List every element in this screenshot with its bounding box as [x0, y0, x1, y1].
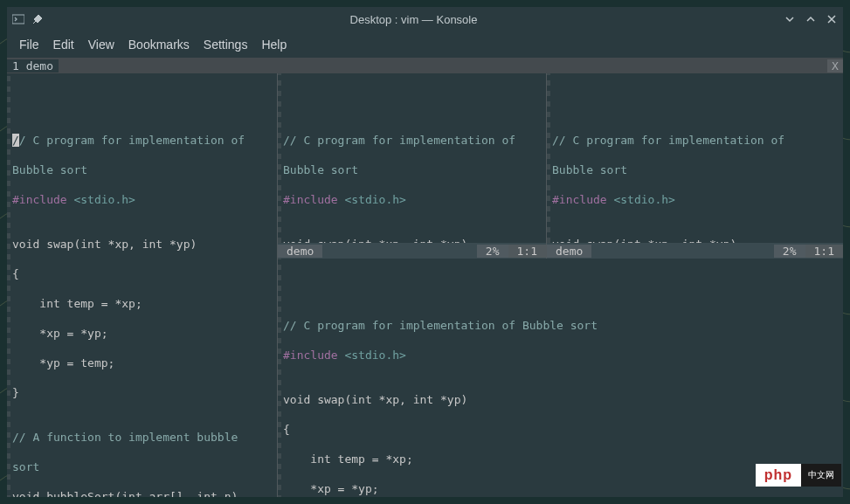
code-bottom[interactable]: // C program for implementation of Bubbl… — [278, 259, 843, 497]
maximize-icon[interactable] — [805, 13, 817, 25]
close-icon[interactable] — [826, 13, 838, 25]
menu-bookmarks[interactable]: Bookmarks — [128, 38, 190, 52]
tab-demo[interactable]: 1 demo — [7, 59, 59, 72]
status-percent: 2% — [477, 245, 508, 258]
window-title: Desktop : vim — Konsole — [44, 13, 784, 26]
tab-close[interactable]: X — [827, 59, 843, 72]
svg-rect-0 — [12, 15, 24, 24]
pane-top-mid: // C program for implementation of Bubbl… — [278, 73, 547, 259]
php-logo: php — [756, 464, 801, 487]
status-file: demo — [278, 245, 322, 258]
code-top-right[interactable]: // C program for implementation of Bubbl… — [547, 73, 843, 243]
statusline-top-right: demo 2% 1:1 — [547, 243, 843, 259]
statusline-top-mid: demo 2% 1:1 — [278, 243, 546, 259]
menu-settings[interactable]: Settings — [204, 38, 248, 52]
editor-area: // C program for implementation of Bubbl… — [7, 73, 843, 497]
pin-icon[interactable] — [31, 13, 44, 25]
menu-view[interactable]: View — [88, 38, 114, 52]
status-percent: 2% — [774, 245, 805, 258]
menu-file[interactable]: File — [19, 38, 39, 52]
terminal-icon — [12, 13, 24, 25]
titlebar: Desktop : vim — Konsole — [7, 7, 843, 31]
code-top-mid[interactable]: // C program for implementation of Bubbl… — [278, 73, 546, 243]
pane-left: // C program for implementation of Bubbl… — [7, 73, 278, 497]
menu-edit[interactable]: Edit — [53, 38, 74, 52]
konsole-window: Desktop : vim — Konsole File Edit View B… — [7, 7, 843, 497]
watermark-badge: php 中文网 — [756, 464, 841, 487]
status-position: 1:1 — [508, 245, 546, 258]
status-position: 1:1 — [805, 245, 843, 258]
pane-bottom: // C program for implementation of Bubbl… — [278, 259, 843, 497]
status-file: demo — [547, 245, 591, 258]
pane-top-right: // C program for implementation of Bubbl… — [547, 73, 843, 259]
minimize-icon[interactable] — [784, 13, 796, 25]
menubar: File Edit View Bookmarks Settings Help — [7, 31, 843, 58]
menu-help[interactable]: Help — [261, 38, 287, 52]
php-cn-label: 中文网 — [801, 464, 841, 487]
tabbar: 1 demo X — [7, 58, 843, 73]
code-left[interactable]: // C program for implementation of Bubbl… — [7, 73, 277, 497]
